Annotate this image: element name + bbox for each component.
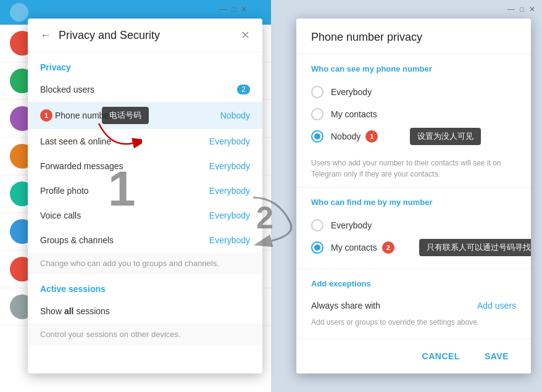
everybody-label: Everybody: [331, 87, 372, 97]
minimize-btn[interactable]: —: [219, 5, 227, 14]
back-button[interactable]: ←: [40, 30, 51, 41]
window1-chrome: — □ ✕: [219, 5, 247, 14]
phone-modal-title: Phone number privacy: [311, 31, 516, 44]
who-find-title: Who can find me by my number: [311, 198, 516, 207]
maximize-btn[interactable]: □: [231, 5, 236, 14]
everybody-radio-circle: [311, 86, 323, 98]
my-contacts2-radio-circle: [311, 241, 323, 254]
phone-number-value: Nobody: [220, 111, 250, 120]
phone-modal-header: Phone number privacy: [296, 19, 531, 54]
privacy-security-modal: ← Privacy and Security ✕ Privacy Blocked…: [28, 19, 262, 373]
add-exceptions-section: Add exceptions Always share with Add use…: [296, 269, 531, 335]
my-contacts-label: My contacts: [331, 109, 377, 119]
cancel-button[interactable]: CANCEL: [412, 346, 470, 366]
blocked-users-row[interactable]: Blocked users 2: [28, 77, 262, 102]
sessions-note: Control your sessions on other devices.: [28, 323, 262, 345]
forwarded-messages-value: Everybody: [209, 161, 250, 171]
everybody2-radio[interactable]: Everybody: [311, 214, 516, 236]
add-exceptions-title: Add exceptions: [311, 279, 516, 288]
close-btn2[interactable]: ✕: [529, 5, 535, 14]
add-users-button[interactable]: Add users: [477, 301, 516, 311]
nobody-radio[interactable]: Nobody 1 设置为没人可见: [311, 125, 516, 148]
maximize-btn2[interactable]: □: [520, 5, 524, 14]
step-badge-contacts: 2: [382, 241, 394, 254]
always-share-label: Always share with: [311, 301, 380, 311]
forwarded-messages-row[interactable]: Forwarded messages Everybody: [28, 154, 262, 178]
phone-number-row[interactable]: 1 Phone number 电话号码 Nobody: [28, 102, 262, 129]
exceptions-note: Add users or groups to override the sett…: [311, 315, 516, 334]
privacy-note: Users who add your number to their conta…: [296, 152, 531, 188]
nobody-radio-circle: [311, 130, 323, 143]
my-contacts-radio-circle: [311, 108, 323, 120]
last-seen-row[interactable]: Last seen & online Everybody: [28, 129, 262, 154]
save-button[interactable]: SAVE: [475, 346, 519, 366]
phone-annotation: 电话号码: [102, 107, 149, 124]
who-find-section: Who can find me by my number Everybody M…: [296, 188, 531, 269]
last-seen-value: Everybody: [209, 136, 250, 146]
step-number-1: 1: [108, 161, 136, 217]
contacts-annotation: 只有联系人可以通过号码寻找: [419, 239, 531, 256]
nobody-annotation: 设置为没人可见: [410, 128, 481, 145]
step-badge-1: 1: [40, 109, 52, 122]
close-button[interactable]: ✕: [241, 28, 250, 42]
minimize-btn2[interactable]: —: [507, 5, 515, 14]
modal-title: Privacy and Security: [59, 29, 233, 42]
close-btn[interactable]: ✕: [241, 5, 247, 14]
my-contacts-radio[interactable]: My contacts: [311, 103, 516, 125]
last-seen-label: Last seen & online: [40, 136, 209, 146]
groups-channels-row[interactable]: Groups & channels Everybody: [28, 228, 262, 252]
who-see-section: Who can see my phone number Everybody My…: [296, 54, 531, 152]
everybody-radio[interactable]: Everybody: [311, 81, 516, 103]
step-badge-nobody: 1: [365, 130, 378, 143]
groups-note: Change who can add you to groups and cha…: [28, 252, 262, 274]
voice-calls-value: Everybody: [209, 211, 250, 220]
groups-channels-label: Groups & channels: [40, 235, 209, 245]
nobody-label: Nobody: [331, 131, 361, 141]
show-sessions-label: Show all sessions: [40, 306, 250, 316]
window2-chrome: — □ ✕: [507, 5, 535, 14]
who-see-title: Who can see my phone number: [311, 64, 516, 73]
show-sessions-row[interactable]: Show all sessions: [28, 299, 262, 323]
blocked-users-badge: 2: [237, 85, 250, 94]
phone-modal-body: Who can see my phone number Everybody My…: [296, 54, 531, 335]
everybody2-label: Everybody: [331, 220, 372, 230]
always-share-row: Always share with Add users: [311, 296, 516, 315]
everybody2-radio-circle: [311, 219, 323, 231]
modal-body: Privacy Blocked users 2 1 Phone number 电…: [28, 52, 262, 370]
profile-photo-row[interactable]: Profile photo Everybody: [28, 178, 262, 203]
active-sessions-header: Active sessions: [28, 274, 262, 299]
phone-privacy-modal: Phone number privacy Who can see my phon…: [296, 19, 531, 373]
blocked-users-label: Blocked users: [40, 85, 237, 94]
groups-channels-value: Everybody: [209, 235, 250, 245]
privacy-section-header: Privacy: [28, 52, 262, 77]
my-contacts2-radio[interactable]: My contacts 2 只有联系人可以通过号码寻找: [311, 236, 516, 259]
modal-header: ← Privacy and Security ✕: [28, 19, 262, 52]
my-contacts2-label: My contacts: [331, 243, 377, 252]
profile-photo-value: Everybody: [209, 186, 250, 196]
modal-footer: CANCEL SAVE: [296, 338, 531, 373]
voice-calls-row[interactable]: Voice calls Everybody: [28, 203, 262, 228]
